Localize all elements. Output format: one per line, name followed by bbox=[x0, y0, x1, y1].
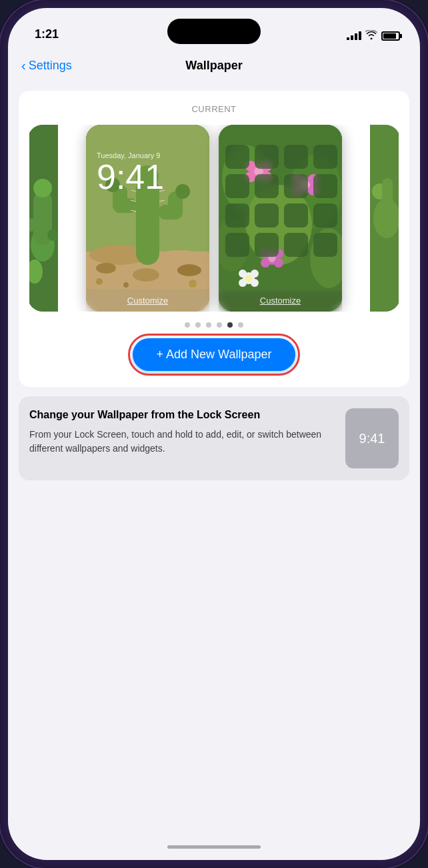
svg-point-52 bbox=[261, 258, 270, 268]
home-indicator[interactable] bbox=[8, 833, 420, 860]
signal-bar-4 bbox=[359, 31, 361, 40]
svg-point-28 bbox=[123, 282, 129, 288]
info-card: Change your Wallpaper from the Lock Scre… bbox=[19, 396, 409, 480]
signal-bar-2 bbox=[351, 35, 353, 40]
app-icon bbox=[313, 233, 337, 257]
app-icon bbox=[284, 145, 308, 169]
signal-bar-3 bbox=[355, 33, 357, 40]
svg-point-10 bbox=[153, 250, 206, 266]
add-new-wallpaper-button[interactable]: + Add New Wallpaper bbox=[133, 338, 296, 371]
battery-fill bbox=[383, 33, 396, 39]
dot-2 bbox=[195, 322, 201, 328]
svg-point-24 bbox=[96, 263, 116, 274]
lock-time-overlay: Tuesday, January 9 9:41 bbox=[86, 151, 209, 194]
app-icon bbox=[225, 233, 249, 257]
add-wallpaper-wrapper: + Add New Wallpaper bbox=[133, 338, 296, 371]
dynamic-island bbox=[167, 19, 261, 44]
app-icon bbox=[255, 174, 279, 198]
app-icon bbox=[313, 174, 337, 198]
dot-4 bbox=[217, 322, 222, 328]
screen: 1:21 bbox=[8, 8, 420, 860]
back-chevron-icon: ‹ bbox=[21, 58, 26, 73]
svg-point-27 bbox=[96, 278, 103, 285]
status-time: 1:21 bbox=[35, 27, 59, 41]
dot-1 bbox=[185, 322, 190, 328]
app-icon bbox=[225, 145, 249, 169]
dot-5-active bbox=[227, 322, 233, 328]
home-bar bbox=[167, 845, 261, 849]
back-button[interactable]: ‹ Settings bbox=[21, 58, 72, 73]
lock-time: 9:41 bbox=[97, 159, 164, 194]
dot-3 bbox=[206, 322, 211, 328]
svg-point-56 bbox=[239, 270, 247, 278]
home-screen-preview[interactable]: Customize bbox=[219, 125, 342, 312]
svg-point-58 bbox=[239, 279, 247, 287]
status-icons bbox=[347, 30, 400, 41]
info-text-block: Change your Wallpaper from the Lock Scre… bbox=[29, 408, 336, 456]
wallpaper-card: CURRENT bbox=[19, 91, 409, 387]
info-description: From your Lock Screen, touch and hold to… bbox=[29, 428, 336, 456]
battery-icon bbox=[381, 31, 400, 41]
info-preview-widget: 9:41 bbox=[345, 408, 399, 468]
dot-6 bbox=[238, 322, 243, 328]
svg-point-25 bbox=[177, 264, 201, 276]
svg-point-55 bbox=[245, 275, 252, 282]
info-preview-time: 9:41 bbox=[359, 431, 385, 446]
wifi-icon bbox=[365, 30, 377, 41]
pagination-dots bbox=[185, 322, 243, 328]
lock-screen-customize-button[interactable]: Customize bbox=[86, 289, 209, 312]
back-label[interactable]: Settings bbox=[29, 59, 72, 73]
lock-customize-label: Customize bbox=[127, 296, 168, 306]
app-icon bbox=[255, 145, 279, 169]
info-title: Change your Wallpaper from the Lock Scre… bbox=[29, 408, 336, 422]
app-icon bbox=[255, 233, 279, 257]
svg-point-29 bbox=[189, 280, 197, 288]
phone-frame: 1:21 bbox=[0, 0, 428, 868]
app-icon bbox=[313, 203, 337, 228]
svg-point-4 bbox=[33, 179, 52, 197]
wallpaper-peek-right bbox=[370, 125, 399, 312]
app-icon bbox=[225, 174, 249, 198]
svg-point-53 bbox=[274, 258, 283, 268]
app-icon bbox=[313, 145, 337, 169]
app-icon bbox=[284, 233, 308, 257]
svg-point-59 bbox=[251, 279, 259, 287]
wallpaper-peek-left bbox=[29, 125, 58, 312]
app-icon bbox=[284, 203, 308, 228]
svg-rect-64 bbox=[382, 178, 393, 218]
page-title: Wallpaper bbox=[185, 59, 242, 73]
app-icon bbox=[284, 174, 308, 198]
svg-point-57 bbox=[251, 270, 259, 278]
home-screen-customize-button[interactable]: Customize bbox=[219, 289, 342, 312]
current-label: CURRENT bbox=[191, 104, 236, 114]
navigation-bar: ‹ Settings Wallpaper bbox=[8, 48, 420, 83]
home-customize-label: Customize bbox=[260, 296, 301, 306]
signal-icon bbox=[347, 31, 361, 40]
app-icon bbox=[255, 203, 279, 228]
app-icon bbox=[225, 203, 249, 228]
main-content: CURRENT bbox=[8, 83, 420, 833]
svg-point-26 bbox=[133, 268, 159, 282]
wallpaper-previews: Tuesday, January 9 9:41 Customize bbox=[29, 125, 399, 312]
lock-screen-preview[interactable]: Tuesday, January 9 9:41 Customize bbox=[86, 125, 209, 312]
app-grid bbox=[225, 145, 335, 257]
signal-bar-1 bbox=[347, 37, 349, 40]
